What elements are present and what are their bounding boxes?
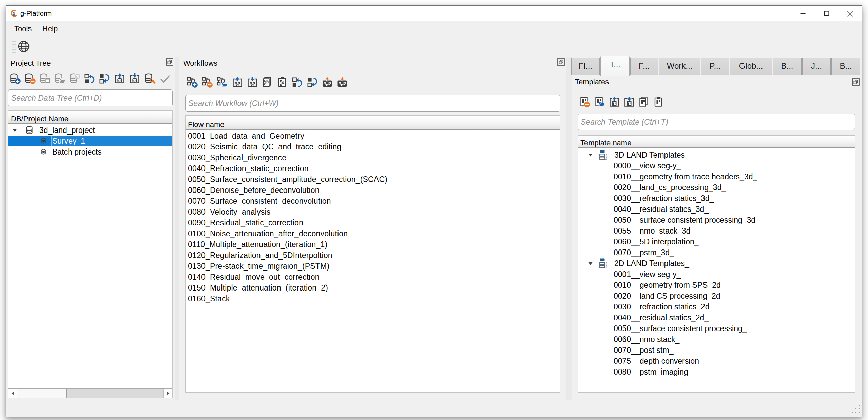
- svg-text:g: g: [13, 11, 16, 16]
